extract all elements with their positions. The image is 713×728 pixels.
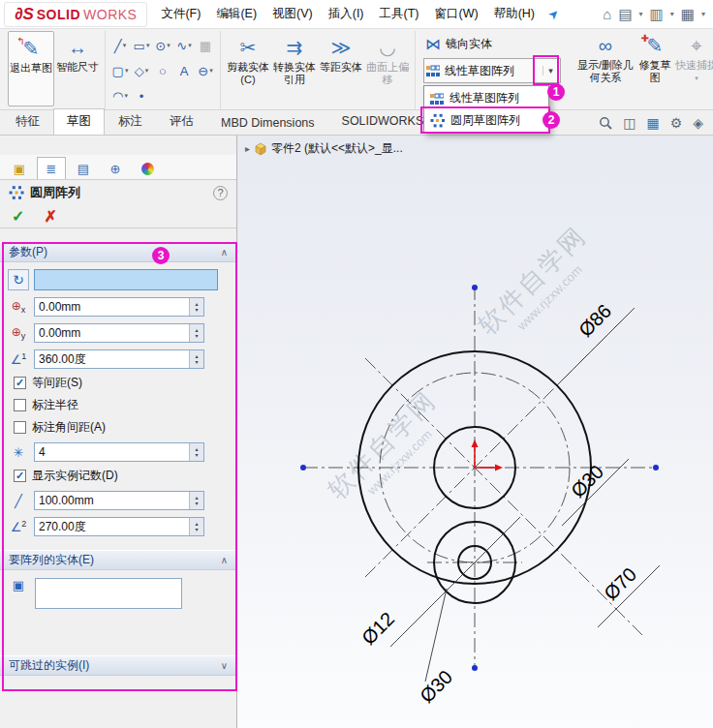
- menu-item-linear-sketch-pattern[interactable]: 线性草图阵列: [425, 87, 547, 109]
- pattern-flyout-caret-icon[interactable]: ▾: [542, 66, 558, 76]
- menu-file[interactable]: 文件(F): [161, 6, 201, 22]
- displaymanager-tab[interactable]: [133, 157, 162, 179]
- display-delete-relations-button[interactable]: ∞ 显示/删除几何关系: [575, 29, 636, 84]
- ok-button[interactable]: ✓: [12, 207, 24, 226]
- parameters-section-header[interactable]: 参数(P) ∧: [0, 242, 236, 262]
- featuremanager-tab[interactable]: ▣: [5, 157, 34, 179]
- tab-sketch[interactable]: 草图: [53, 108, 105, 135]
- equal-spacing-checkbox[interactable]: ✓: [14, 377, 26, 389]
- line-tool-icon[interactable]: ╱▾: [109, 33, 131, 58]
- propertymanager-tab[interactable]: ≣: [37, 157, 66, 179]
- circle-tool-icon[interactable]: ⊙▾: [152, 33, 173, 58]
- menu-insert[interactable]: 插入(I): [328, 6, 364, 22]
- center-x-field[interactable]: ▴▾: [34, 297, 204, 317]
- solidworks-window: ∂S SOLIDWORKS 文件(F) 编辑(E) 视图(V) 插入(I) 工具…: [0, 0, 713, 728]
- menu-pin-icon[interactable]: ➤: [544, 5, 562, 22]
- dimension-radius-checkbox[interactable]: [14, 399, 26, 411]
- reverse-direction-button[interactable]: ↻: [8, 269, 29, 290]
- graphics-area[interactable]: ▸ 零件2 (默认<<默认>_显... 软件自学网 www.rjzxw.com …: [237, 136, 713, 728]
- radius-field[interactable]: ▴▾: [34, 491, 204, 510]
- show-instance-count-checkbox[interactable]: ✓: [14, 470, 26, 482]
- tab-evaluate[interactable]: 评估: [156, 108, 207, 135]
- linear-pattern-icon: [430, 92, 444, 106]
- menu-window[interactable]: 窗口(W): [435, 6, 479, 22]
- dimension-outer[interactable]: Ø86: [574, 300, 615, 341]
- offset-entities-button[interactable]: ≫ 等距实体: [318, 31, 364, 74]
- spinner[interactable]: ▴▾: [189, 518, 203, 535]
- spinner[interactable]: ▴▾: [189, 298, 203, 316]
- pattern-axis-input[interactable]: [35, 270, 217, 289]
- dimension-angular-checkbox[interactable]: [14, 421, 26, 434]
- instance-count-field[interactable]: ▴▾: [34, 442, 204, 462]
- new-document-icon[interactable]: ▤: [618, 6, 632, 23]
- grid-tool-icon: ▦: [195, 33, 216, 58]
- radius-input[interactable]: [35, 492, 189, 509]
- ds-logo-icon: ∂S: [15, 5, 34, 24]
- arc-tool-icon[interactable]: ◠▾: [109, 83, 131, 108]
- open-document-icon[interactable]: ▥: [650, 6, 664, 23]
- center-y-field[interactable]: ▴▾: [34, 323, 204, 343]
- dimension-center-hole[interactable]: Ø30: [567, 461, 607, 501]
- expand-icon[interactable]: ▸: [245, 143, 250, 154]
- arc-angle-input[interactable]: [35, 518, 189, 535]
- ellipse-tool-icon[interactable]: ○: [152, 58, 173, 83]
- entities-to-pattern-list[interactable]: [35, 578, 182, 609]
- pattern-axis-field[interactable]: [34, 269, 218, 290]
- configurationmanager-tab[interactable]: ▤: [69, 157, 98, 179]
- repair-sketch-button[interactable]: ✎✚ 修复草图: [636, 29, 674, 84]
- feature-tree-root[interactable]: ▸ 零件2 (默认<<默认>_显...: [245, 140, 403, 157]
- mirror-entities-button[interactable]: ⋈ 镜向实体: [423, 32, 571, 55]
- caret-down-icon[interactable]: ▾: [639, 10, 643, 18]
- caret-down-icon[interactable]: ▾: [670, 10, 674, 18]
- sketch-canvas[interactable]: Ø86 Ø30 Ø70 Ø12 Ø30: [237, 136, 713, 728]
- step-badge-3: 3: [152, 247, 170, 264]
- smart-dimension-button[interactable]: ↔ 智能尺寸: [54, 31, 101, 74]
- menu-help[interactable]: 帮助(H): [494, 6, 535, 22]
- spinner[interactable]: ▴▾: [189, 324, 203, 342]
- text-tool-icon[interactable]: A: [173, 58, 195, 83]
- title-bar: ∂S SOLIDWORKS 文件(F) 编辑(E) 视图(V) 插入(I) 工具…: [0, 0, 713, 29]
- display-style-icon[interactable]: ▦: [646, 115, 659, 131]
- trim-entities-button[interactable]: ✂ 剪裁实体(C): [225, 31, 271, 86]
- dimension-small-hole[interactable]: Ø12: [357, 608, 398, 649]
- help-icon[interactable]: ?: [213, 186, 228, 200]
- point-tool-icon[interactable]: •: [131, 83, 152, 108]
- arc-angle-field[interactable]: ▴▾: [34, 517, 204, 536]
- spline-tool-icon[interactable]: ∿▾: [173, 33, 195, 58]
- menu-view[interactable]: 视图(V): [272, 6, 313, 22]
- seed-entities-icon: ▣: [8, 578, 29, 592]
- tab-annotation[interactable]: 标注: [105, 108, 156, 135]
- total-angle-field[interactable]: ▴▾: [34, 349, 204, 369]
- exit-sketch-button[interactable]: ✎↰ 退出草图: [8, 31, 54, 106]
- search-icon[interactable]: [599, 116, 612, 130]
- instance-count-input[interactable]: [35, 443, 189, 461]
- view-settings-icon[interactable]: ◫: [623, 115, 636, 131]
- tab-mbd-dimensions[interactable]: MBD Dimensions: [207, 111, 328, 135]
- entities-section-header[interactable]: 要阵列的实体(E) ∧: [0, 550, 236, 570]
- dimension-bottom-hole[interactable]: Ø30: [416, 666, 456, 707]
- trim-small-tool-icon[interactable]: ⊖▾: [195, 58, 216, 83]
- cancel-button[interactable]: ✗: [44, 207, 56, 226]
- dimxpertmanager-tab[interactable]: ⊕: [101, 157, 130, 179]
- skip-instances-section-header[interactable]: 可跳过的实例(I) ∨: [0, 655, 236, 676]
- appearance-icon[interactable]: ◈: [693, 115, 703, 131]
- convert-entities-button[interactable]: ⇉ 转换实体引用: [271, 31, 318, 86]
- spinner[interactable]: ▴▾: [189, 492, 203, 509]
- spinner[interactable]: ▴▾: [189, 443, 203, 461]
- slot-tool-icon[interactable]: ▢▾: [109, 58, 131, 83]
- caret-down-icon[interactable]: ▾: [701, 10, 705, 18]
- polygon-tool-icon[interactable]: ◇▾: [131, 58, 152, 83]
- rectangle-tool-icon[interactable]: ▭▾: [131, 33, 152, 58]
- save-icon[interactable]: ▦: [681, 6, 695, 23]
- menu-item-circular-sketch-pattern[interactable]: 圆周草图阵列: [425, 109, 547, 132]
- total-angle-input[interactable]: [35, 350, 189, 368]
- menu-edit[interactable]: 编辑(E): [216, 6, 257, 22]
- tab-features[interactable]: 特征: [2, 108, 53, 135]
- menu-tools[interactable]: 工具(T): [380, 6, 419, 22]
- spinner[interactable]: ▴▾: [189, 350, 203, 368]
- center-x-input[interactable]: [35, 298, 189, 316]
- home-icon[interactable]: ⌂: [603, 6, 611, 22]
- center-y-input[interactable]: [35, 324, 189, 342]
- options-gear-icon[interactable]: ⚙: [670, 115, 683, 131]
- linear-sketch-pattern-button[interactable]: 线性草图阵列 ▾: [423, 58, 561, 83]
